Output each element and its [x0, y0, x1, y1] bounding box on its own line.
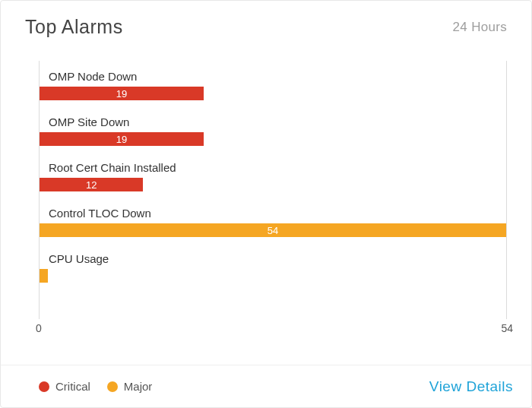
x-tick-min: 0 — [36, 322, 42, 334]
legend: Critical Major — [39, 380, 152, 393]
x-tick-max: 54 — [501, 322, 513, 334]
bar-row: CPU Usage 1 — [40, 252, 506, 295]
bar-label: OMP Node Down — [49, 70, 137, 83]
card-title: Top Alarms — [25, 16, 123, 38]
top-alarms-card: Top Alarms 24 Hours OMP Node Down 19 OMP… — [0, 0, 532, 408]
bar-major[interactable]: 54 — [40, 223, 506, 237]
bar-value: 19 — [116, 134, 127, 145]
x-axis-ticks: 0 54 — [39, 322, 507, 337]
bar-row: OMP Site Down 19 — [40, 115, 506, 158]
bar-label: Root Cert Chain Installed — [49, 161, 176, 174]
bar-row: OMP Node Down 19 — [40, 70, 506, 112]
bar-value: 54 — [268, 225, 278, 236]
bar-label: CPU Usage — [49, 252, 109, 265]
bar-row: Root Cert Chain Installed 12 — [40, 161, 506, 204]
legend-item-major[interactable]: Major — [107, 380, 153, 393]
card-header: Top Alarms 24 Hours — [1, 1, 531, 46]
bar-value: 19 — [116, 88, 127, 100]
bar-row: Control TLOC Down 54 — [40, 207, 506, 249]
legend-label: Major — [124, 380, 153, 393]
view-details-link[interactable]: View Details — [429, 378, 513, 395]
bar-plot: OMP Node Down 19 OMP Site Down 19 Root C… — [39, 61, 507, 319]
legend-item-critical[interactable]: Critical — [39, 380, 90, 393]
bar-major[interactable]: 1 — [40, 269, 48, 283]
bar-critical[interactable]: 19 — [40, 132, 204, 146]
swatch-critical-icon — [39, 381, 49, 392]
card-footer: Critical Major View Details — [1, 365, 531, 407]
chart-area: OMP Node Down 19 OMP Site Down 19 Root C… — [39, 61, 507, 334]
bar-label: Control TLOC Down — [49, 207, 151, 220]
time-period: 24 Hours — [453, 20, 507, 35]
bar-value: 12 — [86, 179, 97, 191]
bar-label: OMP Site Down — [49, 115, 129, 128]
bar-critical[interactable]: 19 — [40, 87, 204, 100]
bar-critical[interactable]: 12 — [40, 178, 143, 191]
legend-label: Critical — [55, 380, 90, 393]
swatch-major-icon — [107, 381, 118, 392]
